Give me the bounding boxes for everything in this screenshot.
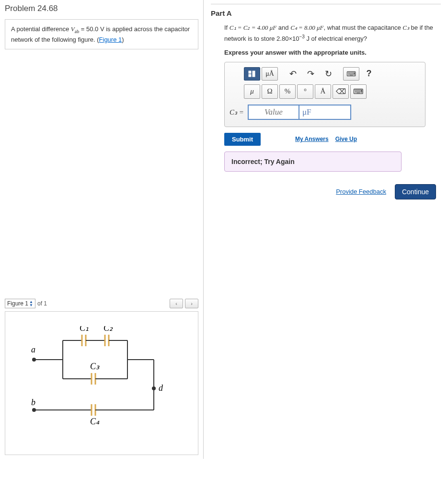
q-pre: If bbox=[224, 24, 230, 31]
template-button[interactable] bbox=[244, 67, 260, 81]
q-mid: , what must the capacitance bbox=[324, 24, 403, 31]
help-button[interactable]: ? bbox=[361, 67, 377, 81]
q3: C₃ bbox=[402, 24, 409, 31]
circuit-diagram: a C₁ C₂ bbox=[24, 326, 178, 441]
q-and: and bbox=[276, 24, 290, 31]
percent-button[interactable]: % bbox=[279, 84, 296, 99]
svg-text:a: a bbox=[31, 345, 35, 354]
svg-text:d: d bbox=[159, 383, 163, 393]
keyboard2-button[interactable]: ⌨ bbox=[350, 84, 367, 99]
q-post2: J of electrical energy? bbox=[305, 35, 367, 42]
continue-button[interactable]: Continue bbox=[395, 184, 436, 199]
unit-input[interactable]: μF bbox=[299, 105, 351, 120]
mu-button[interactable]: μ bbox=[244, 84, 260, 99]
backspace-button[interactable]: ⌫ bbox=[333, 84, 349, 99]
submit-button[interactable]: Submit bbox=[224, 133, 261, 146]
figure-next-button[interactable]: › bbox=[185, 299, 198, 308]
figure-label: Figure 1 bbox=[7, 300, 28, 307]
feedback-box: Incorrect; Try Again bbox=[224, 152, 402, 172]
answer-box: μÅ ↶ ↷ ↻ ⌨ ? μ Ω % ° Å ⌫ ⌨ C₃ = bbox=[224, 62, 425, 127]
var-v: V bbox=[71, 25, 75, 33]
angstrom-button[interactable]: Å bbox=[315, 84, 331, 99]
figure-link[interactable]: Figure 1 bbox=[99, 36, 122, 43]
svg-rect-33 bbox=[249, 71, 251, 73]
svg-text:C₃: C₃ bbox=[90, 362, 100, 371]
c3-label: C₃ = bbox=[230, 108, 244, 117]
desc-pre: A potential difference bbox=[11, 25, 71, 33]
stepper-icon: ▲▼ bbox=[29, 300, 33, 307]
svg-text:C₂: C₂ bbox=[103, 326, 113, 333]
reset-button[interactable]: ↻ bbox=[320, 67, 336, 81]
give-up-link[interactable]: Give Up bbox=[335, 136, 357, 142]
question-text: If C₁ = C₂ = 4.00 μF and C₄ = 8.00 μF, w… bbox=[224, 23, 441, 44]
provide-feedback-link[interactable]: Provide Feedback bbox=[336, 188, 386, 195]
figure-prev-button[interactable]: ‹ bbox=[170, 299, 183, 308]
var-vsub: ab bbox=[75, 29, 79, 34]
instruction: Express your answer with the appropriate… bbox=[224, 49, 441, 56]
problem-title: Problem 24.68 bbox=[5, 4, 198, 13]
desc-post: ) bbox=[122, 36, 124, 43]
figure-of: of 1 bbox=[37, 300, 47, 307]
omega-button[interactable]: Ω bbox=[262, 84, 278, 99]
svg-text:C₄: C₄ bbox=[90, 417, 100, 426]
figure-image: a C₁ C₂ bbox=[5, 311, 198, 455]
q-exp: −3 bbox=[299, 34, 304, 39]
value-input[interactable] bbox=[248, 105, 299, 120]
units-button[interactable]: μÅ bbox=[262, 67, 278, 81]
degree-button[interactable]: ° bbox=[297, 84, 313, 99]
part-title: Part A bbox=[211, 9, 441, 17]
redo-button[interactable]: ↷ bbox=[302, 67, 319, 81]
svg-text:C₁: C₁ bbox=[80, 326, 89, 333]
svg-rect-35 bbox=[249, 74, 251, 77]
svg-text:b: b bbox=[31, 397, 35, 407]
svg-rect-34 bbox=[253, 71, 255, 77]
problem-description: A potential difference Vab = 50.0 V is a… bbox=[5, 19, 198, 49]
figure-selector[interactable]: Figure 1 ▲▼ bbox=[5, 299, 35, 308]
q1: C₁ = C₂ = 4.00 μF bbox=[230, 24, 276, 31]
my-answers-link[interactable]: My Answers bbox=[295, 136, 329, 142]
q2: C₄ = 8.00 μF bbox=[290, 24, 323, 31]
keyboard-button[interactable]: ⌨ bbox=[343, 67, 359, 81]
undo-button[interactable]: ↶ bbox=[285, 67, 301, 81]
template-icon bbox=[248, 70, 256, 78]
